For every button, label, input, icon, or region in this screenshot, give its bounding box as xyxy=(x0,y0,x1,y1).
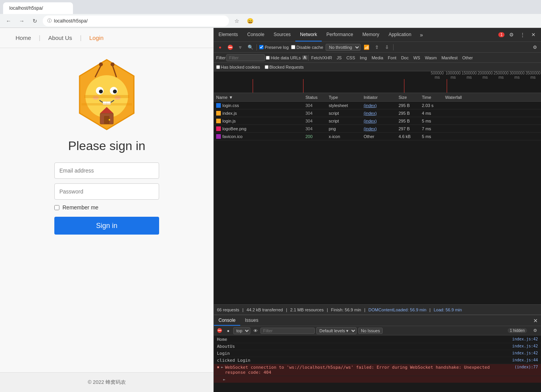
expand-arrow[interactable]: ► xyxy=(221,365,224,369)
nav-home[interactable]: Home xyxy=(8,35,39,41)
console-source[interactable]: index.js:44 xyxy=(499,358,538,362)
console-msg: AboutUs xyxy=(217,344,499,349)
upload-button[interactable]: ⇧ xyxy=(373,43,381,51)
console-preserve-button[interactable]: ● xyxy=(225,327,232,334)
tab-application[interactable]: Application xyxy=(384,28,416,41)
context-select[interactable]: top xyxy=(233,327,250,334)
download-button[interactable]: ⇩ xyxy=(383,43,391,51)
disable-cache-input[interactable] xyxy=(291,45,295,49)
type-other[interactable]: Other xyxy=(460,55,475,60)
back-button[interactable]: ← xyxy=(3,16,14,26)
col-time[interactable]: Time xyxy=(420,95,443,100)
network-settings-button[interactable]: ⚙ xyxy=(531,43,539,51)
type-js[interactable]: JS xyxy=(335,55,344,60)
type-manifest[interactable]: Manifest xyxy=(439,55,460,60)
row-name: favicon.ico xyxy=(222,134,243,139)
svg-point-11 xyxy=(99,62,103,66)
summary-sep-1: | xyxy=(242,307,243,312)
hide-data-urls-input[interactable] xyxy=(266,56,270,60)
table-row[interactable]: login.css 304 stylesheet (index) 295 B 2… xyxy=(214,102,541,109)
throttle-select[interactable]: No throttling xyxy=(326,44,361,51)
network-summary: 66 requests | 44.2 kB transferred | 2.1 … xyxy=(214,304,541,314)
file-icon-css xyxy=(216,103,221,108)
url-bar[interactable]: ⓘ localhost/h5spa/ xyxy=(43,16,229,26)
reload-button[interactable]: ↻ xyxy=(29,16,40,26)
type-font[interactable]: Font xyxy=(386,55,398,60)
console-source[interactable]: index.js:42 xyxy=(499,351,538,355)
devtools-close-button[interactable]: ✕ xyxy=(529,30,538,40)
tab-network[interactable]: Network xyxy=(295,28,322,41)
type-img[interactable]: Img xyxy=(358,55,369,60)
devtools-more-button[interactable]: ⋮ xyxy=(518,30,527,40)
email-input[interactable] xyxy=(54,162,159,179)
profile-button[interactable]: 😄 xyxy=(244,16,255,26)
hide-data-urls-checkbox[interactable]: Hide data URLs A xyxy=(266,55,307,60)
col-waterfall[interactable]: Waterfall xyxy=(443,95,541,100)
lock-icon: ⓘ xyxy=(47,18,52,24)
col-type[interactable]: Type xyxy=(326,95,361,100)
tab-sources[interactable]: Sources xyxy=(269,28,295,41)
tab-elements[interactable]: Elements xyxy=(214,28,243,41)
type-ws[interactable]: WS xyxy=(411,55,422,60)
console-panel: Console Issues ✕ ⛔ ● top 👁 D xyxy=(214,314,541,392)
blocked-requests-checkbox[interactable]: Blocked Requests xyxy=(265,65,304,69)
tab-performance[interactable]: Performance xyxy=(322,28,358,41)
console-settings-button[interactable]: ⚙ xyxy=(532,327,539,334)
expand-arrow-2[interactable]: ► xyxy=(223,377,225,382)
bookmark-button[interactable]: ☆ xyxy=(231,16,242,26)
table-row[interactable]: login.js 304 script (index) 295 B 5 ms xyxy=(214,117,541,125)
forward-button[interactable]: → xyxy=(16,16,27,26)
table-row[interactable]: index.js 304 script (index) 295 B 4 ms xyxy=(214,109,541,117)
table-row[interactable]: logoBee.png 304 png (index) 297 B 7 ms xyxy=(214,125,541,133)
type-wasm[interactable]: Wasm xyxy=(423,55,439,60)
row-size: 295 B xyxy=(396,103,420,108)
no-issues-button[interactable]: No Issues xyxy=(358,328,383,334)
console-msg: Login xyxy=(217,351,499,356)
has-blocked-cookies-input[interactable] xyxy=(216,65,220,69)
console-eye-button[interactable]: 👁 xyxy=(252,327,259,334)
filter-input[interactable] xyxy=(226,54,265,61)
tab-memory[interactable]: Memory xyxy=(358,28,384,41)
password-input[interactable] xyxy=(54,183,159,200)
col-status[interactable]: Status xyxy=(303,95,326,100)
has-blocked-cookies-checkbox[interactable]: Has blocked cookies xyxy=(216,65,260,69)
nav-login[interactable]: Login xyxy=(81,35,111,41)
levels-select[interactable]: Default levels ▾ xyxy=(316,327,357,334)
type-doc[interactable]: Doc xyxy=(399,55,411,60)
col-size[interactable]: Size xyxy=(396,95,420,100)
browser-tab[interactable]: localhost/h5spa/ xyxy=(3,2,73,14)
console-filter-input[interactable] xyxy=(260,328,315,334)
console-source[interactable]: index.js:42 xyxy=(499,337,538,341)
type-media[interactable]: Media xyxy=(369,55,385,60)
preserve-log-checkbox[interactable]: Preserve log xyxy=(259,45,289,50)
console-msg: Home xyxy=(217,337,499,342)
disable-cache-checkbox[interactable]: Disable cache xyxy=(291,45,323,50)
sign-in-button[interactable]: Sign in xyxy=(54,217,159,235)
record-button[interactable]: ● xyxy=(216,43,224,51)
console-close-button[interactable]: ✕ xyxy=(533,318,538,324)
type-fetch-xhr[interactable]: Fetch/XHR xyxy=(309,55,334,60)
remember-checkbox[interactable] xyxy=(54,205,59,210)
wifi-button[interactable]: 📶 xyxy=(363,43,371,51)
blocked-requests-input[interactable] xyxy=(265,65,269,69)
console-source[interactable]: (index):77 xyxy=(499,365,538,369)
clear-button[interactable]: ⛔ xyxy=(226,43,234,51)
devtools-settings-button[interactable]: ⚙ xyxy=(507,30,516,40)
redline-2 xyxy=(303,79,303,93)
type-css[interactable]: CSS xyxy=(344,55,357,60)
preserve-log-input[interactable] xyxy=(259,45,264,49)
console-tab-console[interactable]: Console xyxy=(214,315,240,326)
console-tab-label: Console xyxy=(218,318,236,323)
tab-console[interactable]: Console xyxy=(243,28,269,41)
console-tab-issues[interactable]: Issues xyxy=(240,315,263,326)
col-name[interactable]: Name ▼ xyxy=(214,95,303,100)
filter-toggle-button[interactable]: ▿ xyxy=(236,43,244,51)
table-row[interactable]: favicon.ico 200 x-icon Other 4.6 kB 5 ms xyxy=(214,133,541,140)
col-initiator[interactable]: Initiator xyxy=(361,95,396,100)
search-button[interactable]: 🔍 xyxy=(246,43,254,51)
row-size: 295 B xyxy=(396,111,420,116)
console-clear-button[interactable]: ⛔ xyxy=(216,327,223,334)
console-source[interactable]: index.js:42 xyxy=(499,344,538,348)
more-tabs-button[interactable]: » xyxy=(418,32,425,38)
nav-about[interactable]: About Us xyxy=(40,35,80,41)
